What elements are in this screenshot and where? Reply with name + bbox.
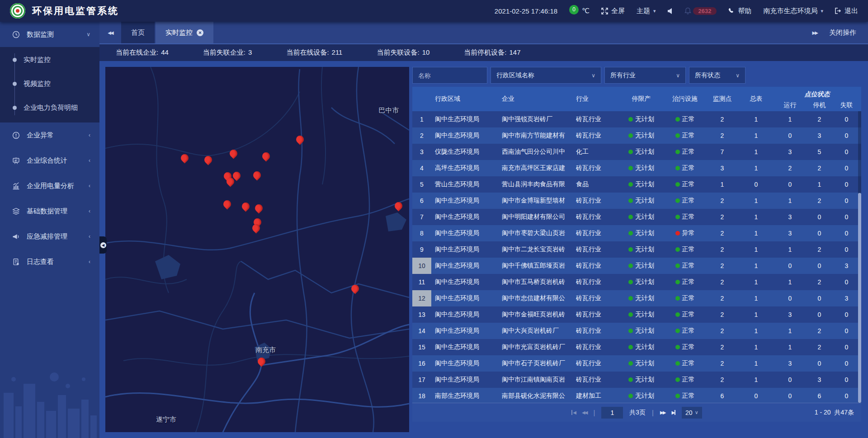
- tab-home[interactable]: 首页: [121, 22, 155, 43]
- app-logo-icon: [10, 3, 25, 19]
- sidebar-group-5[interactable]: 应急减排管理‹: [0, 224, 99, 249]
- megaphone-icon: [12, 233, 20, 240]
- sidebar-group-4[interactable]: 基础数据管理‹: [0, 198, 99, 224]
- cell-monitor-points: 7: [705, 144, 739, 160]
- table-row[interactable]: 9阆中生态环境局阆中市二龙长宝页岩砖砖瓦行业无计划正常21120: [412, 241, 861, 258]
- table-row[interactable]: 18南部生态环境局南部县砚化水泥有限公建材加工无计划正常60060: [412, 388, 861, 403]
- col-stop-limit[interactable]: 停限产: [618, 87, 665, 111]
- cell-row-number: 1: [412, 111, 431, 127]
- pagination-bar: ◀ ◀◀ | 共3页 | ▶▶ ▶ 20 ∨ 1 - 20 共47条: [412, 403, 861, 422]
- sidebar-group-2[interactable]: 企业综合统计‹: [0, 148, 99, 173]
- table-row[interactable]: 5营山生态环境局营山县润丰肉食品有限食品无计划正常10010: [412, 176, 861, 193]
- table-row[interactable]: 8阆中生态环境局阆中市枣碧大梁山页岩砖瓦行业无计划异常21300: [412, 225, 861, 241]
- region-select[interactable]: 行政区域名称 ∨: [491, 67, 601, 84]
- table-row[interactable]: 14阆中生态环境局阆中大兴页岩机砖厂砖瓦行业无计划正常21120: [412, 323, 861, 339]
- table-row[interactable]: 4高坪生态环境局南充市高坪区王家店建砖瓦行业无计划正常31220: [412, 160, 861, 176]
- theme-menu[interactable]: 主题 ▾: [637, 7, 656, 15]
- layers-icon: [12, 207, 20, 215]
- temperature-indicator: 0 ℃: [569, 7, 590, 15]
- cell-treatment: 正常: [665, 241, 705, 258]
- table-row[interactable]: 1阆中生态环境局阆中强锐页岩砖厂砖瓦行业无计划正常21120: [412, 111, 861, 127]
- cell-row-number: 8: [412, 225, 431, 241]
- help-button[interactable]: 帮助: [728, 7, 751, 15]
- col-monitor-points[interactable]: 监测点: [705, 87, 739, 111]
- table-row[interactable]: 7阆中生态环境局阆中明阳建材有限公司砖瓦行业无计划正常21300: [412, 209, 861, 225]
- cell-running: 3: [773, 355, 807, 372]
- cell-industry: 砖瓦行业: [566, 209, 618, 225]
- table-row[interactable]: 2阆中生态环境局阆中市南方节能建材有砖瓦行业无计划正常21030: [412, 127, 861, 144]
- table-row[interactable]: 10阆中生态环境局阆中千佛镇五郎垭页岩砖瓦行业无计划正常21003: [412, 258, 861, 274]
- table-row[interactable]: 11阆中生态环境局阆中市五马桥页岩机砖砖瓦行业无计划正常21120: [412, 274, 861, 290]
- stat-item: 当前失联企业:3: [203, 48, 252, 57]
- table-scrollbar[interactable]: [858, 111, 861, 403]
- sidebar-group-6[interactable]: 日志查看‹: [0, 249, 99, 274]
- next-page-button[interactable]: ▶▶: [660, 410, 665, 415]
- col-company[interactable]: 企业: [489, 87, 566, 111]
- close-operations-menu[interactable]: 关闭操作: [829, 28, 856, 37]
- table-row[interactable]: 12阆中生态环境局阆中市忠信建材有限公砖瓦行业无计划正常21003: [412, 290, 861, 306]
- chevron-left-icon: ‹: [89, 259, 90, 265]
- table-row[interactable]: 16阆中生态环境局阆中市石子页岩机砖厂砖瓦行业无计划正常21300: [412, 355, 861, 372]
- page-number-input[interactable]: [601, 407, 623, 419]
- sidebar-item-实时监控[interactable]: 实时监控: [0, 48, 99, 72]
- cell-row-number: 9: [412, 241, 431, 258]
- col-running[interactable]: 运行: [773, 99, 807, 111]
- city-label-巴中市: 巴中市: [378, 106, 399, 115]
- cell-total-meter: 0: [739, 176, 773, 193]
- cell-industry: 砖瓦行业: [566, 274, 618, 290]
- notifications-button[interactable]: 2632: [684, 7, 717, 15]
- mute-button[interactable]: [668, 8, 673, 14]
- map-panel[interactable]: 巴中市南充市遂宁市: [105, 67, 409, 432]
- cell-stop-limit: 无计划: [618, 144, 665, 160]
- top-header: 环保用电监管系统 2021-02-25 17:46:18 0 ℃ 全屏 主题 ▾…: [0, 0, 868, 22]
- cell-running: 3: [773, 306, 807, 323]
- status-dot: [675, 264, 680, 268]
- status-select[interactable]: 所有状态 ∨: [689, 67, 745, 84]
- cell-stopped: 2: [807, 111, 832, 127]
- table-row[interactable]: 17阆中生态环境局阆中市江南镇阆南页岩砖瓦行业无计划正常21030: [412, 372, 861, 388]
- cell-region: 营山生态环境局: [431, 176, 489, 193]
- tabs-scroll-left-button[interactable]: ◀◀: [99, 22, 121, 43]
- table-row[interactable]: 13阆中生态环境局阆中市金福旺页岩机砖砖瓦行业无计划正常21300: [412, 306, 861, 323]
- table-row[interactable]: 3仪陇生态环境局西南油气田分公司川中化工无计划正常71350: [412, 144, 861, 160]
- sidebar-group-0[interactable]: 数据监测∨: [0, 22, 99, 47]
- cell-row-number: 6: [412, 193, 431, 209]
- col-treatment[interactable]: 治污设施: [665, 87, 705, 111]
- sidebar-collapse-handle[interactable]: ◀: [99, 236, 107, 254]
- cell-region: 阆中生态环境局: [431, 290, 489, 306]
- prev-page-button[interactable]: ◀◀: [582, 410, 587, 415]
- cell-company: 阆中市石子页岩机砖厂: [489, 355, 566, 372]
- sidebar-item-企业电力负荷明细[interactable]: 企业电力负荷明细: [0, 96, 99, 120]
- org-menu[interactable]: 南充市生态环境局 ▾: [763, 7, 823, 15]
- col-industry[interactable]: 行业: [566, 87, 618, 111]
- close-tab-icon[interactable]: ×: [197, 29, 203, 36]
- table-row[interactable]: 15阆中生态环境局阆中市光富页岩机砖厂砖瓦行业无计划正常21120: [412, 339, 861, 355]
- cell-company: 阆中市二龙长宝页岩砖: [489, 241, 566, 258]
- status-dot: [628, 182, 633, 187]
- enterprise-panel: 行政区域名称 ∨ 所有行业 ∨ 所有状态 ∨ 行政区域 企业 行业 停限产: [412, 67, 861, 431]
- logout-button[interactable]: 退出: [835, 7, 858, 15]
- sidebar-group-3[interactable]: 企业用电量分析‹: [0, 173, 99, 198]
- cell-running: 0: [773, 388, 807, 403]
- sidebar-group-1[interactable]: 企业异常‹: [0, 122, 99, 148]
- scrollbar-thumb[interactable]: [858, 193, 861, 403]
- fullscreen-button[interactable]: 全屏: [601, 7, 625, 15]
- col-total-meter[interactable]: 总表: [739, 87, 773, 111]
- col-region[interactable]: 行政区域: [431, 87, 489, 111]
- cell-running: 2: [773, 160, 807, 176]
- table-row[interactable]: 6阆中生态环境局阆中市金博瑞新型墙材砖瓦行业无计划正常21120: [412, 193, 861, 209]
- tab-realtime-monitor[interactable]: 实时监控 ×: [156, 22, 213, 43]
- last-page-button[interactable]: ▶: [671, 410, 675, 415]
- col-stopped[interactable]: 停机: [807, 99, 832, 111]
- name-search-input[interactable]: [412, 67, 487, 84]
- page-size-select[interactable]: 20 ∨: [682, 407, 702, 419]
- industry-select[interactable]: 所有行业 ∨: [604, 67, 686, 84]
- sidebar-item-视频监控[interactable]: 视频监控: [0, 72, 99, 96]
- cell-region: 阆中生态环境局: [431, 323, 489, 339]
- status-dot: [628, 264, 633, 268]
- tabs-scroll-right-button[interactable]: ▶▶: [812, 30, 817, 35]
- col-group-point-status: 点位状态: [773, 87, 861, 99]
- cell-lost: 0: [832, 323, 861, 339]
- first-page-button[interactable]: ◀: [571, 410, 576, 415]
- col-lost[interactable]: 失联: [832, 99, 861, 111]
